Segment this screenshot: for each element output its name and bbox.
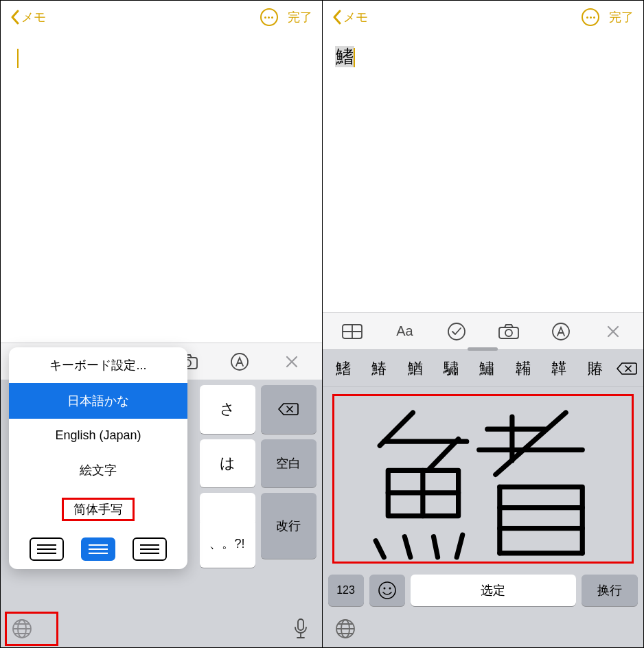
back-button[interactable]: メモ	[332, 9, 368, 25]
candidate[interactable]: 驌	[433, 358, 469, 379]
microphone-icon	[293, 618, 308, 639]
markup-icon	[552, 323, 570, 340]
handwriting-highlight	[332, 394, 634, 564]
key-delete[interactable]	[261, 385, 317, 434]
markup-button[interactable]	[535, 313, 587, 349]
key-space[interactable]: 空白	[261, 439, 317, 488]
key-sa[interactable]: さ	[200, 385, 255, 434]
delete-icon	[278, 402, 299, 416]
keyboard: 鰭 鰆 鰌 驌 鱐 韛 韚 賰	[323, 349, 644, 610]
key-emoji[interactable]	[369, 575, 405, 606]
key-select[interactable]: 选定	[411, 575, 577, 606]
svg-point-2	[231, 354, 248, 370]
format-toolbar: Aa	[323, 312, 644, 349]
candidate[interactable]: 韚	[541, 358, 577, 379]
typed-text: 鰭	[335, 46, 354, 67]
keyboard-layout-row	[9, 531, 187, 565]
candidate[interactable]: 鰌	[397, 358, 433, 379]
back-button[interactable]: メモ	[10, 9, 46, 25]
pane-left: メモ 完了	[1, 1, 322, 647]
key-enter[interactable]: 换行	[582, 575, 638, 606]
markup-button[interactable]	[214, 343, 266, 380]
globe-button[interactable]	[335, 618, 356, 639]
dictate-button[interactable]	[286, 618, 315, 639]
note-editor[interactable]	[1, 34, 322, 343]
keyboard-layout-center[interactable]	[81, 537, 115, 561]
camera-button[interactable]	[483, 313, 535, 349]
header: メモ 完了	[323, 1, 644, 34]
menu-item-english[interactable]: English (Japan)	[9, 419, 187, 452]
svg-point-10	[553, 323, 569, 340]
handwriting-area[interactable]	[323, 387, 644, 570]
done-button[interactable]: 完了	[288, 9, 312, 25]
handwriting-strokes	[334, 396, 632, 562]
text-cursor	[354, 48, 355, 67]
chevron-left-icon	[332, 10, 342, 25]
handwriting-highlight: 简体手写	[62, 498, 135, 521]
text-cursor	[17, 49, 19, 68]
key-numbers[interactable]: 123	[328, 575, 364, 606]
svg-point-11	[379, 582, 395, 599]
svg-point-12	[383, 588, 385, 590]
header: メモ 完了	[1, 1, 322, 34]
chevron-left-icon	[10, 10, 20, 25]
keyboard: さ は 空白 ら 改行 、。?!	[1, 380, 322, 647]
close-icon	[285, 355, 299, 369]
svg-rect-5	[298, 619, 303, 630]
close-button[interactable]	[266, 343, 318, 380]
menu-keyboard-settings[interactable]: キーボード設定...	[9, 347, 187, 383]
table-button[interactable]	[327, 313, 379, 349]
candidate[interactable]: 賰	[577, 358, 613, 379]
more-button[interactable]	[260, 8, 278, 26]
key-punct[interactable]: 、。?!	[200, 519, 255, 568]
svg-point-7	[448, 323, 465, 340]
keyboard-switcher-popup: キーボード設定... 日本語かな English (Japan) 絵文字 简体手…	[9, 347, 187, 569]
candidate[interactable]: 鰆	[361, 358, 397, 379]
delete-icon	[617, 362, 637, 375]
markup-icon	[231, 353, 249, 371]
candidate[interactable]: 韛	[505, 358, 541, 379]
keyboard-footer	[323, 610, 644, 647]
table-icon	[342, 324, 363, 339]
globe-icon	[335, 618, 356, 639]
back-label: メモ	[21, 9, 46, 25]
candidate[interactable]: 鰭	[325, 358, 361, 379]
keyboard-bottom-row: 123 选定 换行	[323, 570, 644, 610]
svg-point-9	[505, 329, 512, 336]
back-label: メモ	[343, 9, 368, 25]
menu-item-emoji[interactable]: 絵文字	[9, 452, 187, 488]
globe-highlight	[5, 612, 58, 646]
candidate-bar: 鰭 鰆 鰌 驌 鱐 韛 韚 賰	[323, 350, 644, 387]
candidate-delete[interactable]	[613, 362, 641, 375]
keyboard-layout-left[interactable]	[30, 537, 64, 561]
grabber[interactable]	[468, 347, 498, 351]
pane-right: メモ 完了 鰭 Aa	[322, 1, 644, 647]
done-button[interactable]: 完了	[609, 9, 634, 25]
menu-item-kana[interactable]: 日本語かな	[9, 383, 187, 419]
keyboard-layout-right[interactable]	[133, 537, 167, 561]
emoji-icon	[378, 581, 396, 599]
more-button[interactable]	[582, 8, 599, 26]
svg-point-13	[389, 588, 391, 590]
camera-icon	[498, 324, 519, 339]
text-style-button[interactable]: Aa	[378, 313, 430, 349]
close-icon	[606, 325, 620, 338]
menu-item-handwriting[interactable]: 简体手写	[9, 488, 187, 531]
close-button[interactable]	[587, 313, 639, 349]
checklist-button[interactable]	[430, 313, 483, 349]
check-icon	[448, 323, 465, 340]
candidate[interactable]: 鱐	[469, 358, 505, 379]
note-editor[interactable]: 鰭	[323, 34, 644, 312]
key-ha[interactable]: は	[200, 439, 255, 488]
